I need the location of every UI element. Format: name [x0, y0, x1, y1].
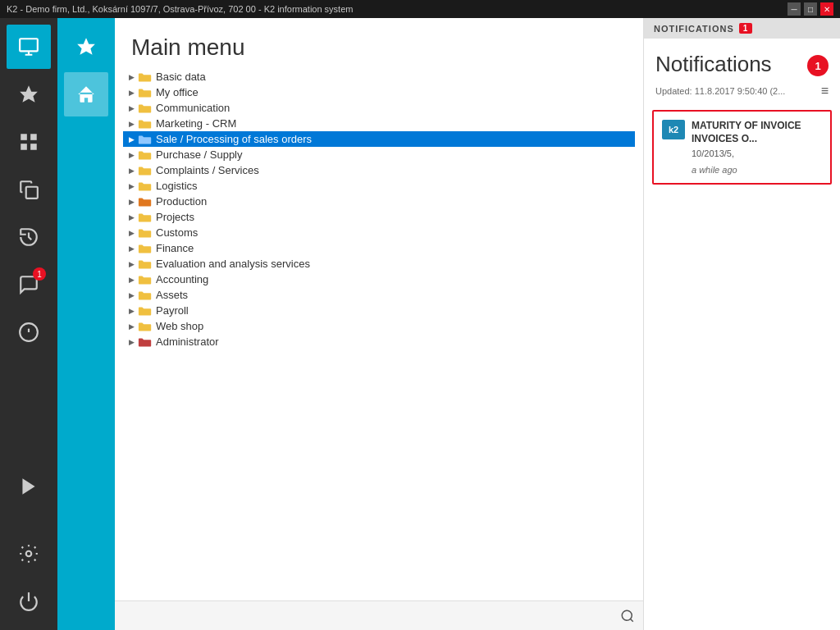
menu-item-arrow: ▶ [126, 135, 136, 144]
menu-item-label: Customs [156, 226, 198, 239]
folder-icon [138, 321, 153, 332]
folder-icon [138, 305, 153, 317]
menu-item[interactable]: ▶ Marketing - CRM [123, 116, 635, 131]
menu-item-label: Complaints / Services [156, 164, 259, 176]
menu-item-arrow: ▶ [126, 228, 136, 238]
sidebar-icon-monitor[interactable] [7, 25, 51, 69]
menu-item[interactable]: ▶ Complaints / Services [123, 162, 635, 178]
chat-badge: 1 [33, 267, 46, 281]
menu-item-arrow: ▶ [126, 306, 136, 316]
folder-icon [138, 196, 153, 208]
menu-item[interactable]: ▶ Customs [123, 225, 635, 240]
folder-icon [138, 134, 153, 145]
folder-icon [138, 258, 153, 270]
search-input[interactable] [123, 609, 620, 622]
menu-item-label: Sale / Processing of sales orders [156, 133, 312, 145]
notification-card[interactable]: k2 MATURITY OF INVOICE INVOICES O... 10/… [652, 110, 832, 185]
menu-item-label: Communication [156, 102, 230, 114]
sidebar-icon-star[interactable] [7, 72, 51, 116]
sidebar-icon-info[interactable] [7, 310, 51, 354]
folder-icon [138, 87, 153, 98]
menu-item-label: Web shop [156, 320, 203, 332]
menu-item-label: Logistics [156, 180, 198, 192]
search-bar [115, 600, 643, 630]
sidebar-icon-video[interactable] [7, 464, 51, 509]
sidebar-icon-chat[interactable]: 1 [7, 262, 51, 307]
notification-card-time: a while ago [662, 165, 822, 175]
page-title: Main menu [115, 18, 643, 69]
menu-item-arrow: ▶ [126, 150, 136, 160]
maximize-button[interactable]: □ [804, 2, 817, 16]
folder-icon [138, 118, 153, 130]
svg-marker-10 [22, 478, 34, 495]
svg-line-15 [630, 619, 632, 621]
close-button[interactable]: ✕ [820, 2, 833, 16]
menu-item[interactable]: ▶ Administrator [123, 334, 635, 349]
menu-item-label: Accounting [156, 273, 208, 285]
menu-item-arrow: ▶ [126, 181, 136, 191]
menu-item-label: Marketing - CRM [156, 117, 236, 130]
menu-item-arrow: ▶ [126, 290, 136, 300]
menu-item-arrow: ▶ [126, 88, 136, 98]
folder-icon [138, 290, 153, 301]
sidebar-icon-settings[interactable] [7, 532, 51, 576]
menu-item[interactable]: ▶ Purchase / Supply [123, 147, 635, 162]
svg-marker-13 [77, 38, 95, 55]
menu-item[interactable]: ▶ Evaluation and analysis services [123, 256, 635, 272]
menu-item-arrow: ▶ [126, 212, 136, 222]
svg-rect-2 [21, 134, 27, 140]
sidebar-second-home[interactable] [64, 72, 108, 116]
menu-item-arrow: ▶ [126, 72, 136, 82]
menu-item[interactable]: ▶ Communication [123, 100, 635, 116]
menu-item-arrow: ▶ [126, 259, 136, 269]
notifications-tab-count: 1 [739, 23, 753, 34]
folder-icon [138, 243, 153, 254]
svg-point-14 [622, 610, 632, 620]
menu-item[interactable]: ▶ Projects [123, 209, 635, 225]
menu-item[interactable]: ▶ Payroll [123, 303, 635, 318]
sidebar-second-star[interactable] [64, 25, 108, 69]
minimize-button[interactable]: ─ [788, 2, 801, 16]
menu-item-label: Finance [156, 242, 194, 254]
menu-item[interactable]: ▶ Logistics [123, 178, 635, 194]
app-container: 1 [0, 18, 840, 630]
sidebar-left: 1 [0, 18, 57, 630]
svg-marker-1 [20, 85, 38, 103]
menu-item[interactable]: ▶ Finance [123, 240, 635, 256]
notifications-header: Notifications 1 [644, 39, 840, 80]
folder-icon [138, 227, 153, 239]
notifications-tab[interactable]: NOTIFICATIONS 1 [644, 18, 840, 39]
menu-item-arrow: ▶ [126, 166, 136, 176]
menu-item[interactable]: ▶ Accounting [123, 272, 635, 287]
svg-rect-6 [26, 187, 38, 199]
menu-item[interactable]: ▶ Assets [123, 287, 635, 303]
sidebar-icon-history[interactable] [7, 215, 51, 259]
menu-item[interactable]: ▶ Basic data [123, 69, 635, 84]
menu-item[interactable]: ▶ Web shop [123, 318, 635, 334]
sidebar-icon-power[interactable] [7, 579, 51, 623]
folder-icon [138, 149, 153, 161]
svg-rect-3 [30, 134, 37, 140]
sidebar-icon-copy[interactable] [7, 167, 51, 212]
notifications-tab-label: NOTIFICATIONS [654, 24, 734, 34]
menu-item[interactable]: ▶ My office [123, 84, 635, 100]
menu-item-label: Purchase / Supply [156, 148, 243, 161]
main-content: Main menu ▶ Basic data ▶ My office ▶ Com… [115, 18, 643, 630]
menu-item[interactable]: ▶ Production [123, 194, 635, 209]
notification-card-title: MATURITY OF INVOICE INVOICES O... [692, 120, 822, 145]
sidebar-icon-grid[interactable] [7, 120, 51, 164]
folder-icon [138, 180, 153, 192]
svg-rect-4 [21, 144, 27, 150]
notifications-menu-icon[interactable]: ≡ [821, 84, 829, 98]
search-icon [620, 609, 635, 623]
svg-point-11 [26, 551, 32, 557]
menu-item-label: Projects [156, 211, 194, 223]
notifications-badge: 1 [807, 55, 829, 76]
menu-item[interactable]: ▶ Sale / Processing of sales orders [123, 131, 635, 147]
menu-item-label: Evaluation and analysis services [156, 258, 310, 270]
title-bar: K2 - Demo firm, Ltd., Koksární 1097/7, O… [0, 0, 840, 18]
notifications-title: Notifications [655, 52, 772, 77]
menu-item-arrow: ▶ [126, 119, 136, 129]
menu-item-arrow: ▶ [126, 244, 136, 253]
menu-item-arrow: ▶ [126, 322, 136, 331]
